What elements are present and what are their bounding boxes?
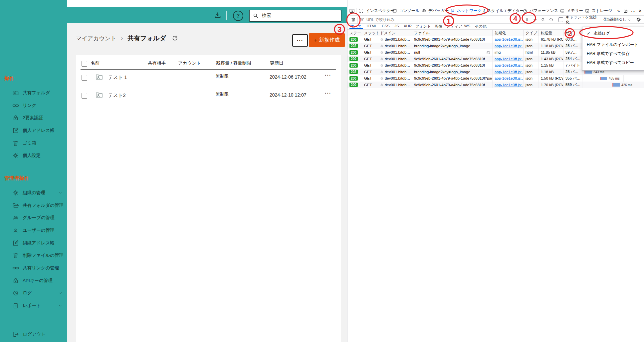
network-column-header[interactable]: タイプ — [524, 30, 539, 36]
transferred-cell[interactable]: 61.78 kB (RCWN) — [539, 36, 563, 43]
transferred-cell[interactable]: 1.15 kB — [539, 62, 563, 69]
row-menu-icon[interactable]: ··· — [325, 90, 331, 96]
status-cell[interactable]: 200 — [347, 75, 362, 82]
status-cell[interactable]: 202 — [347, 43, 362, 50]
initiator-link[interactable]: app-1de1e3ff.js:… — [495, 57, 524, 61]
method-cell[interactable]: GET — [362, 49, 378, 56]
tab-memory[interactable]: メモリー — [557, 6, 582, 15]
devtools-menu-icon[interactable]: ··· — [631, 8, 636, 14]
type-cell[interactable]: json — [524, 56, 539, 63]
size-cell[interactable]: 60.6… — [563, 36, 582, 43]
help-icon[interactable]: ? — [233, 11, 243, 21]
initiator-cell[interactable]: app-1de1e3ff.js:… — [493, 62, 524, 69]
file-cell[interactable]: 9c9c99eb-2601-4b79-a4bb-1ade75c6810f — [412, 62, 493, 69]
folder-name[interactable]: テスト2 — [108, 92, 126, 99]
column-header-quota[interactable]: 残容量 / 容量制限 — [216, 60, 251, 66]
filter-pill[interactable]: 画像 — [433, 24, 444, 29]
method-cell[interactable]: GET — [362, 82, 378, 89]
throttling-select[interactable]: 帯域制限なし — [602, 16, 633, 23]
initiator-cell[interactable]: app-1de1e3ff.js:… — [493, 75, 524, 82]
type-cell[interactable]: html — [524, 49, 539, 56]
sidebar-item-address-book-icon[interactable]: 組織アドレス帳 — [0, 237, 67, 249]
network-column-header[interactable]: 初期化 — [493, 30, 524, 36]
row-menu-icon[interactable]: ··· — [325, 72, 331, 78]
disable-cache-checkbox[interactable] — [558, 17, 563, 22]
filter-pill[interactable]: フォント — [415, 24, 430, 29]
initiator-cell[interactable]: app-1de1e3ff.js:… — [493, 36, 524, 43]
filter-pill[interactable]: JS — [393, 24, 400, 29]
close-icon[interactable]: × — [639, 8, 642, 14]
column-header-account[interactable]: アカウント — [178, 60, 201, 66]
status-cell[interactable]: 200 — [347, 36, 362, 43]
initiator-cell[interactable]: app-1de1e3ff.js:… — [493, 82, 524, 89]
sidebar-item-report-icon[interactable]: レポート — [0, 299, 67, 312]
domain-cell[interactable]: dev001.bitob… — [378, 43, 412, 50]
type-cell[interactable]: json — [524, 82, 539, 89]
pause-recording-icon[interactable] — [524, 16, 531, 23]
domain-cell[interactable]: dev001.bitob… — [378, 36, 412, 43]
transferred-cell[interactable]: 1.18 kB — [539, 69, 563, 76]
search-input[interactable] — [261, 13, 329, 19]
initiator-cell[interactable]: app-1de1e3ff.js:… — [493, 43, 524, 50]
breadcrumb-parent[interactable]: マイアカウント — [76, 35, 116, 42]
table-row[interactable]: テスト2無制限2024-12-10 12:07··· — [76, 87, 341, 104]
domain-cell[interactable]: dev001.bitob… — [378, 49, 412, 56]
transferred-cell[interactable]: 1.70 kB (RCWN) — [539, 82, 563, 89]
menu-item-har[interactable]: HAR 形式ですべて保存 — [582, 49, 644, 58]
domain-cell[interactable]: dev001.bitob… — [378, 75, 412, 82]
refresh-icon[interactable] — [171, 35, 178, 42]
filter-pill[interactable]: WS — [463, 24, 471, 29]
block-requests-icon[interactable] — [548, 16, 554, 23]
sidebar-item-gear-icon[interactable]: 個人設定 — [0, 149, 67, 162]
method-cell[interactable]: GET — [362, 56, 378, 63]
status-cell[interactable]: 200 — [347, 62, 362, 69]
tab-network[interactable]: ネットワーク — [448, 6, 481, 15]
sidebar-item-folder-open-icon[interactable]: 共有フォルダの管理 — [0, 199, 67, 212]
initiator-link[interactable]: app-1de1e3ff.js:… — [495, 70, 524, 74]
download-icon[interactable] — [214, 11, 222, 19]
domain-cell[interactable]: dev001.bitob… — [378, 82, 412, 89]
create-new-button[interactable]: + 新規作成 — [309, 33, 345, 47]
table-row[interactable]: テスト 1無制限2024-12-06 17:02··· — [76, 69, 341, 86]
method-cell[interactable]: GET — [362, 69, 378, 76]
transferred-cell[interactable]: 11.85 kB — [539, 49, 563, 56]
network-column-header[interactable]: 転送量 — [539, 30, 563, 36]
file-cell[interactable]: 9c9c99eb-2601-4b79-a4bb-1ade75c6810f?pag… — [412, 75, 493, 82]
filter-pill[interactable]: CSS — [381, 24, 391, 29]
sidebar-item-users-icon[interactable]: グループの管理 — [0, 212, 67, 224]
filter-pill[interactable]: すべて — [349, 24, 363, 29]
type-cell[interactable]: json — [524, 62, 539, 69]
disable-cache-label[interactable]: キャッシュを無効化 — [566, 15, 599, 25]
tab-inspector[interactable]: インスペクター — [356, 6, 390, 15]
size-cell[interactable]: 59.7… — [563, 49, 582, 56]
sidebar-item-link-icon[interactable]: リンク — [0, 99, 67, 112]
file-cell[interactable]: 9c9c99eb-2601-4b79-a4bb-1ade75c6810f — [412, 36, 493, 43]
initiator-link[interactable]: app-1de1e3ff.js:… — [495, 44, 524, 48]
initiator-cell[interactable]: img — [493, 49, 524, 56]
initiator-link[interactable]: app-1de1e3ff.js:… — [495, 83, 524, 87]
size-cell[interactable]: 355 バ… — [563, 75, 582, 82]
pick-element-icon[interactable] — [347, 6, 356, 15]
network-settings-gear-icon[interactable] — [634, 16, 643, 23]
status-cell[interactable]: 200 — [347, 82, 362, 89]
row-checkbox[interactable] — [82, 75, 87, 81]
row-checkbox[interactable] — [82, 93, 87, 99]
tab-storage[interactable]: ストレージ — [582, 6, 612, 15]
tab-performance[interactable]: パフォーマンス — [520, 6, 557, 15]
file-cell[interactable]: 9c9c99eb-2601-4b79-a4bb-1ade75c6810f — [412, 82, 493, 89]
domain-cell[interactable]: dev001.bitob… — [378, 56, 412, 63]
sidebar-item-user-icon[interactable]: ユーザーの管理 — [0, 224, 67, 237]
menu-item-har[interactable]: HAR 形式ですべてコピー — [582, 58, 644, 67]
domain-cell[interactable]: dev001.bitob… — [378, 69, 412, 76]
initiator-cell[interactable]: app-1de1e3ff.js:… — [493, 69, 524, 76]
method-cell[interactable]: GET — [362, 75, 378, 82]
initiator-link[interactable]: app-1de1e3ff.js:… — [495, 63, 524, 67]
sidebar-item-logout[interactable]: ログアウト — [0, 329, 67, 340]
filter-pill[interactable]: XHR — [403, 24, 413, 29]
column-header-updated[interactable]: 更新日 — [270, 60, 284, 66]
filter-pill[interactable]: HTML — [365, 24, 378, 29]
sidebar-item-trash-icon[interactable]: ゴミ箱 — [0, 137, 67, 150]
initiator-link[interactable]: app-1de1e3ff.js:… — [495, 76, 524, 80]
tab-debugger[interactable]: デバッガー — [419, 6, 448, 15]
filter-pill[interactable]: メディア — [447, 24, 461, 29]
